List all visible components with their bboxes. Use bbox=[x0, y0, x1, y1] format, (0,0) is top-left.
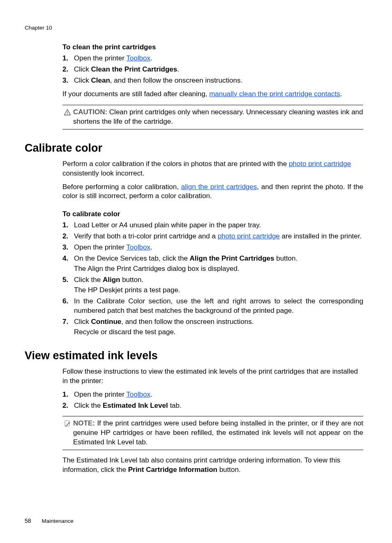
text: Before performing a color calibration, bbox=[62, 183, 181, 191]
bold-text: Estimated Ink Level bbox=[103, 402, 168, 409]
ink-intro: Follow these instructions to view the es… bbox=[62, 367, 363, 386]
text: Open the printer bbox=[74, 243, 126, 251]
page-number: 58 bbox=[25, 518, 31, 524]
step-body: Open the printer Toolbox. bbox=[74, 243, 363, 252]
text: , and then follow the onscreen instructi… bbox=[110, 76, 242, 84]
step-body: Click Clean the Print Cartridges. bbox=[74, 65, 363, 74]
text: Click the bbox=[74, 402, 103, 409]
step-body: Verify that both a tri-color print cartr… bbox=[74, 232, 363, 241]
toolbox-link[interactable]: Toolbox bbox=[126, 243, 150, 251]
calibrate-subheading: To calibrate color bbox=[62, 210, 363, 218]
step-number: 6. bbox=[62, 297, 74, 316]
text: . bbox=[150, 243, 152, 251]
text: , and then follow the onscreen instructi… bbox=[121, 318, 254, 326]
calibrate-color-section: Perform a color calibration if the color… bbox=[62, 159, 363, 337]
bold-text: Clean bbox=[91, 76, 110, 84]
text: Click bbox=[74, 65, 91, 73]
calibrate-step-3: 3. Open the printer Toolbox. bbox=[62, 243, 363, 252]
ink-step-1: 1. Open the printer Toolbox. bbox=[62, 390, 363, 400]
calibrate-step-4: 4. On the Device Services tab, click the… bbox=[62, 254, 363, 274]
ink-post-para: The Estimated Ink Level tab also contain… bbox=[62, 456, 363, 475]
step-number: 3. bbox=[62, 243, 74, 252]
text: consistently look incorrect. bbox=[62, 169, 144, 177]
clean-step-1: 1. Open the printer Toolbox. bbox=[62, 54, 363, 63]
note-callout: NOTE: If the print cartridges were used … bbox=[62, 416, 363, 450]
step-body: Click Clean, and then follow the onscree… bbox=[74, 76, 363, 85]
step-number: 3. bbox=[62, 76, 74, 85]
calibrate-step-5: 5. Click the Align button. The HP Deskje… bbox=[62, 275, 363, 295]
step-body: Click the Align button. The HP Deskjet p… bbox=[74, 275, 363, 295]
calibrate-color-heading: Calibrate color bbox=[25, 142, 367, 155]
step-number: 7. bbox=[62, 317, 74, 337]
step-body: Open the printer Toolbox. bbox=[74, 390, 363, 400]
text: Open the printer bbox=[74, 54, 126, 62]
text: button. bbox=[120, 276, 143, 284]
bold-text: Align bbox=[103, 276, 120, 284]
text: If your documents are still faded after … bbox=[62, 90, 209, 98]
step-body: Click Continue, and then follow the onsc… bbox=[74, 317, 363, 337]
step-body: Click the Estimated Ink Level tab. bbox=[74, 401, 363, 411]
step-subtext: Recycle or discard the test page. bbox=[74, 328, 363, 337]
bold-text: Continue bbox=[91, 318, 122, 326]
rule bbox=[62, 129, 363, 129]
text: Clean print cartridges only when necessa… bbox=[73, 108, 363, 125]
clean-step-2: 2. Click Clean the Print Cartridges. bbox=[62, 65, 363, 74]
text: tab. bbox=[168, 402, 182, 409]
note-text: NOTE: If the print cartridges were used … bbox=[72, 419, 363, 447]
toolbox-link[interactable]: Toolbox bbox=[126, 54, 150, 62]
step-number: 1. bbox=[62, 221, 74, 230]
note-label: NOTE: bbox=[73, 419, 95, 427]
step-number: 1. bbox=[62, 390, 74, 400]
clean-cartridges-section: To clean the print cartridges 1. Open th… bbox=[62, 43, 363, 129]
footer-section: Maintenance bbox=[42, 518, 74, 524]
rule bbox=[62, 450, 363, 450]
text: button. bbox=[217, 466, 241, 474]
page-footer: 58 Maintenance bbox=[25, 518, 74, 524]
caution-text: CAUTION: Clean print cartridges only whe… bbox=[72, 108, 363, 127]
caution-label: CAUTION: bbox=[73, 108, 107, 116]
text: Click the bbox=[74, 276, 103, 284]
step-subtext: The Align the Print Cartridges dialog bo… bbox=[74, 264, 363, 274]
document-page: Chapter 10 To clean the print cartridges… bbox=[0, 0, 392, 543]
manual-clean-link[interactable]: manually clean the print cartridge conta… bbox=[209, 90, 340, 98]
bold-text: Align the Print Cartridges bbox=[190, 254, 274, 262]
calibrate-step-7: 7. Click Continue, and then follow the o… bbox=[62, 317, 363, 337]
text: . bbox=[150, 54, 152, 62]
step-number: 2. bbox=[62, 232, 74, 241]
calibrate-step-2: 2. Verify that both a tri-color print ca… bbox=[62, 232, 363, 241]
text: are installed in the printer. bbox=[280, 232, 362, 240]
ink-step-2: 2. Click the Estimated Ink Level tab. bbox=[62, 401, 363, 411]
photo-cartridge-link[interactable]: photo print cartridge bbox=[218, 232, 280, 240]
calibrate-step-6: 6. In the Calibrate Color section, use t… bbox=[62, 297, 363, 316]
rule bbox=[62, 416, 363, 416]
caution-callout: CAUTION: Clean print cartridges only whe… bbox=[62, 105, 363, 129]
step-number: 5. bbox=[62, 275, 74, 295]
align-cartridges-link[interactable]: align the print cartridges bbox=[181, 183, 257, 191]
step-body: Load Letter or A4 unused plain white pap… bbox=[74, 221, 363, 230]
text: . bbox=[150, 390, 152, 398]
ink-levels-heading: View estimated ink levels bbox=[25, 349, 367, 362]
toolbox-link[interactable]: Toolbox bbox=[126, 390, 150, 398]
step-subtext: The HP Deskjet prints a test page. bbox=[74, 286, 363, 295]
text: On the Device Services tab, click the bbox=[74, 254, 190, 262]
clean-step-3: 3. Click Clean, and then follow the onsc… bbox=[62, 76, 363, 85]
text: . bbox=[340, 90, 342, 98]
text: button. bbox=[274, 254, 297, 262]
text: . bbox=[177, 65, 179, 73]
clean-followup-para: If your documents are still faded after … bbox=[62, 90, 363, 99]
step-body: In the Calibrate Color section, use the … bbox=[74, 297, 363, 316]
note-icon bbox=[62, 419, 72, 447]
step-number: 1. bbox=[62, 54, 74, 63]
clean-subheading: To clean the print cartridges bbox=[62, 43, 363, 51]
text: If the print cartridges were used before… bbox=[73, 419, 363, 446]
calibrate-step-1: 1. Load Letter or A4 unused plain white … bbox=[62, 221, 363, 230]
text: Open the printer bbox=[74, 390, 126, 398]
step-number: 4. bbox=[62, 254, 74, 274]
bold-text: Print Cartridge Information bbox=[128, 466, 217, 474]
calibrate-before: Before performing a color calibration, a… bbox=[62, 183, 363, 201]
text: Perform a color calibration if the color… bbox=[62, 160, 289, 168]
step-body: Open the printer Toolbox. bbox=[74, 54, 363, 63]
photo-cartridge-link[interactable]: photo print cartridge bbox=[289, 160, 351, 168]
text: Click bbox=[74, 76, 91, 84]
step-body: On the Device Services tab, click the Al… bbox=[74, 254, 363, 274]
